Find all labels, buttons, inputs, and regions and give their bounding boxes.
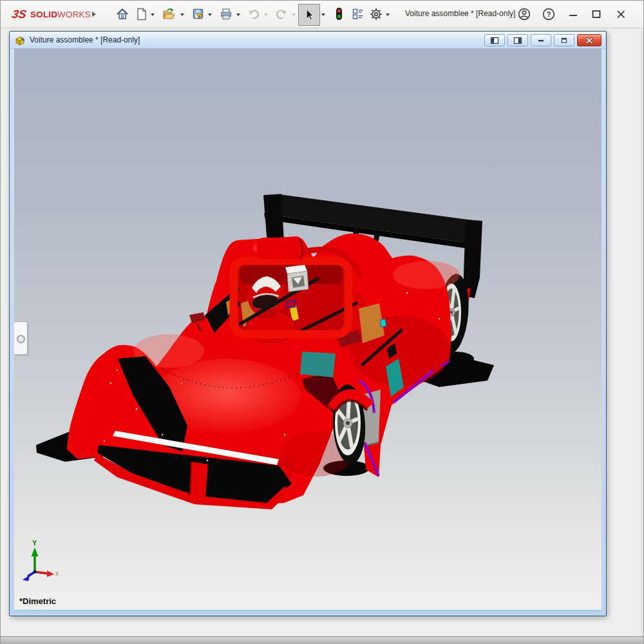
- assembly-icon: [14, 35, 26, 46]
- document-titlebar[interactable]: Voiture assomblee * [Read-only]: [10, 32, 605, 49]
- open-folder-icon: [162, 7, 176, 21]
- home-icon: [115, 7, 129, 21]
- app-minimize-button[interactable]: [565, 6, 582, 23]
- new-document-icon: [135, 7, 148, 21]
- solidworks-app-window: 3S SOLID WORKS: [0, 0, 644, 644]
- account-icon: [517, 7, 531, 21]
- help-button[interactable]: ?: [540, 6, 557, 23]
- brand-mark: 3S: [11, 8, 28, 21]
- redo-dropdown[interactable]: [292, 12, 297, 17]
- main-toolbar: 3S SOLID WORKS: [1, 1, 643, 28]
- doc-restore-button[interactable]: [554, 34, 574, 46]
- traffic-light-icon: [332, 6, 346, 22]
- help-icon: ?: [542, 7, 556, 21]
- account-button[interactable]: [516, 6, 533, 23]
- graphics-area[interactable]: Y x *Dimetric: [14, 48, 601, 611]
- doc-split-right-button[interactable]: [507, 34, 528, 46]
- menu-flyout-chevron-icon[interactable]: [92, 12, 96, 17]
- redo-icon: [274, 7, 289, 21]
- workspace-right-margin: [641, 28, 643, 637]
- form-properties-button[interactable]: [350, 6, 366, 23]
- app-document-title: Voiture assomblee * [Read-only]: [405, 9, 515, 18]
- pane-expand-knob-icon: [17, 335, 25, 343]
- view-orientation-label: *Dimetric: [19, 596, 56, 606]
- feature-pane-collapsed-tab[interactable]: [14, 321, 28, 355]
- app-maximize-button[interactable]: [588, 6, 605, 23]
- form-properties-icon: [351, 7, 365, 21]
- wing-endplate-left: [263, 194, 284, 243]
- mirror-box: [285, 265, 308, 292]
- settings-dropdown[interactable]: [386, 12, 391, 17]
- save-button[interactable]: [190, 6, 207, 23]
- open-button[interactable]: [160, 6, 177, 23]
- teal-dash-panel: [300, 352, 336, 377]
- gear-icon: [369, 7, 383, 21]
- triad-x-label: x: [55, 570, 59, 577]
- select-tool-button[interactable]: [298, 4, 320, 26]
- app-close-button[interactable]: [612, 6, 629, 23]
- split-right-icon: [513, 37, 523, 44]
- split-left-icon: [489, 37, 500, 44]
- reference-triad: Y x: [14, 536, 85, 594]
- home-button[interactable]: [114, 6, 131, 23]
- logo-bold-text: SOLID: [30, 10, 57, 19]
- document-title-text: Voiture assomblee * [Read-only]: [30, 35, 140, 44]
- doc-restore-icon: [559, 37, 569, 44]
- open-dropdown[interactable]: [180, 12, 185, 17]
- doc-split-left-button[interactable]: [484, 34, 505, 46]
- undo-dropdown[interactable]: [264, 12, 269, 17]
- redo-button[interactable]: [273, 6, 290, 23]
- logo-light-text: WORKS: [57, 10, 91, 19]
- doc-close-button[interactable]: [577, 34, 601, 46]
- solidworks-logo[interactable]: 3S SOLID WORKS: [8, 6, 91, 23]
- settings-button[interactable]: [368, 6, 384, 23]
- new-document-button[interactable]: [133, 6, 150, 23]
- undo-icon: [247, 7, 261, 21]
- document-window: Voiture assomblee * [Read-only]: [9, 31, 607, 616]
- save-icon: [191, 7, 205, 21]
- minimize-icon: [567, 8, 579, 20]
- select-cursor-icon: [302, 8, 316, 22]
- doc-minimize-button[interactable]: [531, 34, 551, 46]
- doc-close-icon: [583, 37, 595, 44]
- traffic-light-button[interactable]: [330, 6, 347, 23]
- maximize-icon: [591, 8, 602, 20]
- select-tool-dropdown[interactable]: [321, 12, 327, 17]
- car-model-3d[interactable]: [14, 48, 601, 611]
- doc-minimize-icon: [536, 37, 546, 44]
- svg-text:?: ?: [547, 10, 551, 18]
- print-dropdown[interactable]: [236, 12, 242, 17]
- undo-button[interactable]: [245, 6, 262, 23]
- save-dropdown[interactable]: [208, 12, 213, 17]
- document-window-controls: [484, 34, 601, 46]
- app-bottom-frame: [1, 636, 643, 644]
- logo-mark-text: 3S: [11, 8, 28, 21]
- triad-y-label: Y: [32, 539, 37, 547]
- print-button[interactable]: [218, 6, 234, 23]
- close-icon: [615, 8, 627, 20]
- print-icon: [219, 7, 233, 21]
- new-document-dropdown[interactable]: [151, 12, 156, 17]
